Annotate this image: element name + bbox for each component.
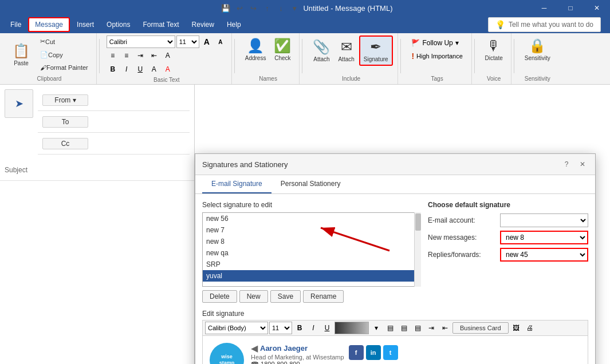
linkedin-icon[interactable]: in — [366, 345, 381, 360]
save-icon[interactable]: 💾 — [219, 2, 232, 14]
indent-icon[interactable]: ⇥ — [425, 322, 438, 334]
cc-button[interactable]: Cc — [42, 138, 88, 149]
menu-format-text[interactable]: Format Text — [137, 18, 184, 31]
signature-button[interactable]: ✒ Signature — [359, 35, 393, 66]
clipboard-buttons: 📋 Paste ✂ Cut 📄 Copy 🖌 Format Painter — [7, 35, 92, 73]
redo-icon[interactable]: ↪ — [247, 2, 259, 14]
edit-italic-icon[interactable]: I — [307, 322, 320, 334]
minimize-button[interactable]: ─ — [531, 0, 557, 16]
email-account-select[interactable] — [500, 213, 588, 227]
menu-options[interactable]: Options — [101, 18, 136, 31]
voice-group: 🎙 Dictate Voice — [477, 33, 511, 84]
hyperlink-icon[interactable]: 🖨 — [524, 322, 536, 334]
edit-color-dropdown-icon[interactable]: ▾ — [370, 322, 383, 334]
menu-message[interactable]: Message — [28, 17, 70, 32]
format-painter-button[interactable]: 🖌 Format Painter — [37, 62, 92, 73]
font-size-select[interactable]: 11 — [176, 35, 199, 48]
menu-review[interactable]: Review — [186, 18, 220, 31]
outdent-icon[interactable]: ⇤ — [439, 322, 451, 334]
sensitivity-icon: 🔒 — [529, 38, 546, 54]
edit-font-size-select[interactable]: 11 — [269, 322, 292, 334]
format-list-icon[interactable]: ≡ — [107, 49, 119, 62]
edit-underline-icon[interactable]: U — [321, 322, 333, 334]
dropdown-icon[interactable]: ▾ — [288, 2, 301, 14]
color-picker[interactable] — [334, 322, 369, 334]
high-importance-button[interactable]: ! High Importance — [408, 50, 466, 62]
font-family-select[interactable]: Calibri — [107, 35, 175, 48]
font-shrink-icon[interactable]: A — [214, 35, 227, 48]
copy-button[interactable]: 📄 Copy — [37, 49, 92, 61]
default-sig-title: Choose default signature — [428, 201, 588, 209]
menu-file[interactable]: File — [5, 18, 27, 31]
delete-sig-button[interactable]: Delete — [202, 290, 237, 303]
business-card-button[interactable]: Business Card — [452, 322, 509, 334]
attach-file-icon: 📎 — [313, 39, 330, 55]
format-outdent-icon[interactable]: ⇤ — [148, 49, 160, 62]
underline-icon[interactable]: U — [134, 63, 147, 76]
signature-list[interactable]: new 56 new 7 new 8 new qa SRP yuval — [202, 212, 421, 287]
highlight-icon[interactable]: A — [148, 63, 160, 76]
follow-up-button[interactable]: 🚩 Follow Up ▾ — [408, 38, 466, 48]
new-sig-button[interactable]: New — [239, 290, 268, 303]
separator-5 — [474, 39, 475, 73]
format-list2-icon[interactable]: ≡ — [120, 49, 133, 62]
sig-list-scrollbar[interactable] — [414, 212, 421, 287]
social-icons: f in t — [349, 345, 398, 360]
twitter-icon[interactable]: t — [383, 345, 398, 360]
sensitivity-button[interactable]: 🔒 Sensitivity — [521, 35, 554, 64]
facebook-icon[interactable]: f — [349, 345, 364, 360]
paste-button[interactable]: 📋 Paste — [7, 41, 36, 69]
sig-item-new7[interactable]: new 7 — [203, 224, 420, 236]
font-color-icon[interactable]: A — [162, 63, 174, 76]
align-left-icon[interactable]: ▤ — [384, 322, 396, 334]
attach-item-button[interactable]: ✉ Attach — [334, 37, 357, 65]
separator-4 — [400, 39, 401, 73]
replies-forwards-select[interactable]: new 45 — [500, 248, 588, 262]
attach-file-button[interactable]: 📎 Attach — [309, 37, 333, 65]
dialog-help-button[interactable]: ? — [561, 159, 572, 170]
dialog-close-button[interactable]: ✕ — [577, 159, 588, 170]
align-center-icon[interactable]: ▤ — [398, 322, 410, 334]
new-messages-select[interactable]: new 8 — [500, 231, 588, 244]
align-right-icon[interactable]: ▤ — [411, 322, 424, 334]
send-button[interactable]: ➤ — [5, 89, 33, 118]
sig-item-yuval[interactable]: yuval — [203, 270, 420, 282]
maximize-button[interactable]: □ — [557, 0, 584, 16]
check-button[interactable]: ✅ Check — [270, 35, 294, 64]
italic-icon[interactable]: I — [120, 63, 133, 76]
bold-icon[interactable]: B — [107, 63, 119, 76]
to-button[interactable]: To — [42, 116, 88, 128]
menu-help[interactable]: Help — [221, 18, 247, 31]
undo-icon[interactable]: ↩ — [233, 2, 246, 14]
sig-item-newqa[interactable]: new qa — [203, 247, 420, 259]
sig-item-new56[interactable]: new 56 — [203, 213, 420, 224]
menu-insert[interactable]: Insert — [71, 18, 100, 31]
quick-access-toolbar[interactable]: 💾 ↩ ↪ ↑ ↓ ▾ — [217, 2, 303, 14]
save-sig-button[interactable]: Save — [270, 290, 301, 303]
edit-sig-area[interactable]: wise stamp ◀ Aaron Jaeger Head of Market… — [202, 336, 588, 364]
rename-sig-button[interactable]: Rename — [303, 290, 344, 303]
separator-2 — [234, 39, 235, 73]
format-clear-icon[interactable]: A — [162, 49, 174, 62]
close-button[interactable]: ✕ — [584, 0, 610, 16]
sig-item-new8[interactable]: new 8 — [203, 236, 420, 247]
download-icon[interactable]: ↓ — [274, 2, 287, 14]
tell-me-input[interactable]: 💡 Tell me what you want to do — [488, 17, 601, 32]
format-indent-icon[interactable]: ⇥ — [134, 49, 147, 62]
address-button[interactable]: 👤 Address — [242, 35, 270, 64]
edit-bold-icon[interactable]: B — [293, 322, 306, 334]
from-button[interactable]: From ▾ — [42, 94, 88, 106]
clipboard-group: 📋 Paste ✂ Cut 📄 Copy 🖌 Format Painter Cl… — [2, 33, 97, 84]
sig-item-srp[interactable]: SRP — [203, 259, 420, 270]
font-grow-icon[interactable]: A — [200, 35, 213, 48]
replies-forwards-label: Replies/forwards: — [428, 251, 497, 259]
sig-info-block: ◀ Aaron Jaeger Head of Marketing, at Wis… — [251, 343, 344, 364]
tab-personal-stationery[interactable]: Personal Stationery — [271, 175, 350, 193]
cut-button[interactable]: ✂ Cut — [37, 35, 92, 48]
tab-email-signature[interactable]: E-mail Signature — [202, 175, 271, 193]
window-controls[interactable]: ─ □ ✕ — [531, 0, 610, 16]
insert-picture-icon[interactable]: 🖼 — [510, 322, 522, 334]
dictate-button[interactable]: 🎙 Dictate — [482, 35, 506, 64]
upload-icon[interactable]: ↑ — [261, 2, 273, 14]
edit-font-family-select[interactable]: Calibri (Body) — [205, 322, 268, 334]
